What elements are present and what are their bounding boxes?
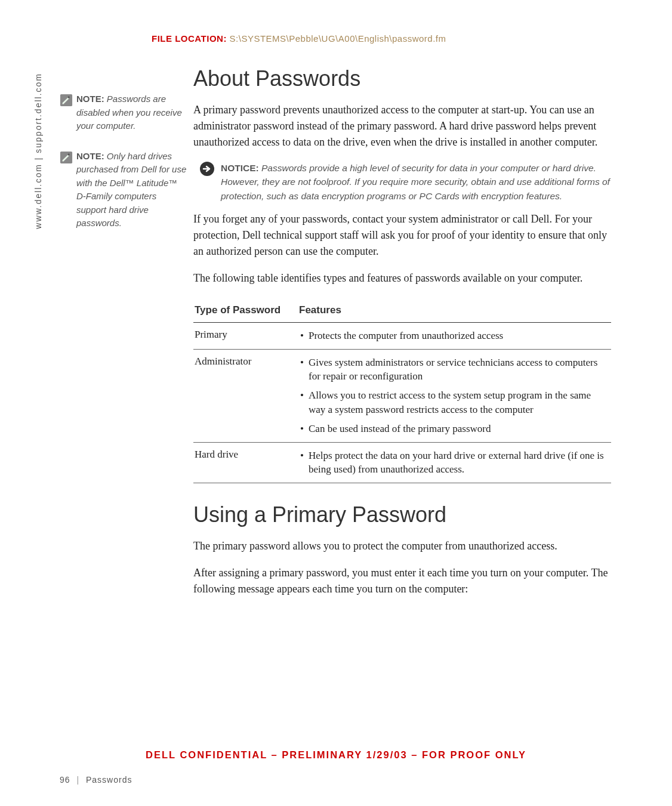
notice-block: NOTICE: Passwords provide a high level o… [199,161,611,203]
note-text: NOTE: Only hard drives purchased from De… [76,150,188,230]
page-number: 96 [60,775,70,785]
sidebar-notes: NOTE: Passwords are disabled when you re… [60,92,188,247]
heading-primary-password: Using a Primary Password [193,502,611,527]
note-block: NOTE: Passwords are disabled when you re… [60,92,188,133]
table-cell-features: Helps protect the data on your hard driv… [298,442,611,483]
feature-item: Allows you to restrict access to the sys… [299,388,606,417]
footer-separator: | [76,775,79,785]
table-header-type: Type of Password [193,298,298,323]
password-types-table: Type of Password Features Primary Protec… [193,298,611,483]
paragraph: The primary password allows you to prote… [193,538,611,554]
paragraph: The following table identifies types and… [193,270,611,286]
confidential-banner: DELL CONFIDENTIAL – PRELIMINARY 1/29/03 … [38,749,634,761]
note-label: NOTE: [76,151,104,161]
notice-label: NOTICE: [221,163,259,173]
table-cell-type: Administrator [193,349,298,442]
paragraph: If you forget any of your passwords, con… [193,211,611,260]
note-body: Only hard drives purchased from Dell for… [76,151,186,228]
feature-item: Protects the computer from unauthorized … [299,329,606,343]
note-pencil-icon [60,94,73,107]
note-pencil-icon [60,151,73,164]
paragraph: After assigning a primary password, you … [193,565,611,597]
table-row: Hard drive Helps protect the data on you… [193,442,611,483]
feature-item: Gives system administrators or service t… [299,356,606,384]
feature-item: Can be used instead of the primary passw… [299,422,606,436]
file-location-header: FILE LOCATION: S:\SYSTEMS\Pebble\UG\A00\… [152,33,634,44]
feature-item: Helps protect the data on your hard driv… [299,449,606,477]
footer-section: Passwords [86,775,132,785]
table-cell-type: Primary [193,322,298,349]
note-text: NOTE: Passwords are disabled when you re… [76,92,188,133]
table-cell-features: Protects the computer from unauthorized … [298,322,611,349]
file-location-label: FILE LOCATION: [152,33,227,44]
note-label: NOTE: [76,94,104,104]
vertical-url: www.dell.com | support.dell.com [33,73,43,229]
paragraph: A primary password prevents unauthorized… [193,102,611,150]
page-footer: 96 | Passwords [60,775,132,785]
table-cell-type: Hard drive [193,442,298,483]
heading-about-passwords: About Passwords [193,66,611,91]
table-row: Administrator Gives system administrator… [193,349,611,442]
notice-arrow-icon [199,161,215,177]
file-location-path: S:\SYSTEMS\Pebble\UG\A00\English\passwor… [230,33,446,44]
note-block: NOTE: Only hard drives purchased from De… [60,150,188,230]
notice-body: Passwords provide a high level of securi… [221,163,610,201]
main-content: About Passwords A primary password preve… [193,66,611,597]
table-cell-features: Gives system administrators or service t… [298,349,611,442]
notice-text: NOTICE: Passwords provide a high level o… [221,161,611,203]
table-header-features: Features [298,298,611,323]
table-row: Primary Protects the computer from unaut… [193,322,611,349]
